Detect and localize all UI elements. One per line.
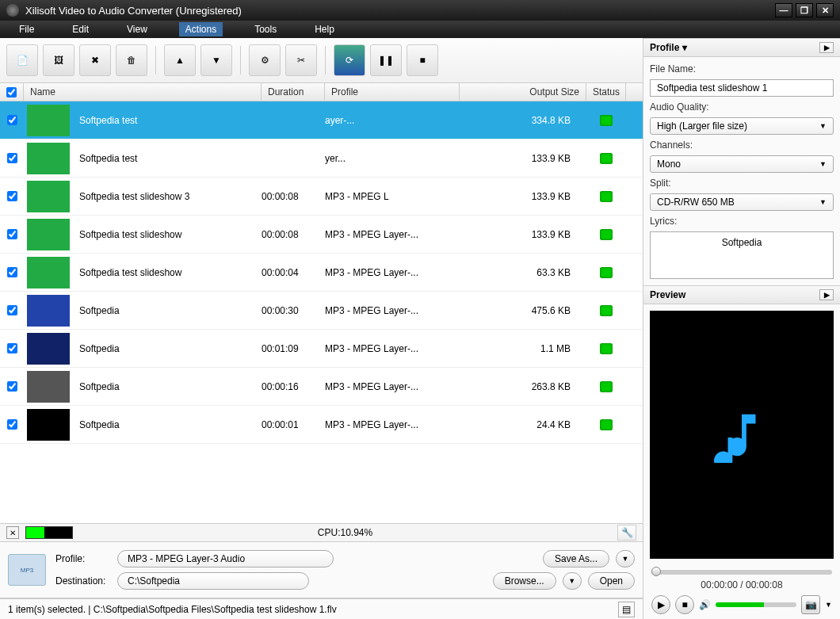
pause-button[interactable]: ❚❚ xyxy=(370,44,402,76)
row-name: Softpedia test slideshow 3 xyxy=(73,191,262,202)
split-combo[interactable]: CD-R/RW 650 MB▼ xyxy=(650,193,834,211)
close-button[interactable]: ✕ xyxy=(816,3,834,17)
bitrate-button[interactable]: ⚙ xyxy=(249,44,281,76)
table-row[interactable]: Softpedia test slideshow00:00:04MP3 - MP… xyxy=(0,254,643,292)
table-row[interactable]: Softpedia00:00:01MP3 - MPEG Layer-...24.… xyxy=(0,406,643,444)
profile-combo[interactable]: MP3 - MPEG Layer-3 Audio xyxy=(117,550,334,567)
row-checkbox[interactable] xyxy=(0,115,24,125)
destination-value: C:\Softpedia xyxy=(128,575,180,587)
move-down-button[interactable]: ▼ xyxy=(200,44,232,76)
open-button[interactable]: Open xyxy=(588,572,635,590)
row-checkbox[interactable] xyxy=(0,305,24,315)
table-row[interactable]: Softpedia00:00:16MP3 - MPEG Layer-...263… xyxy=(0,368,643,406)
clear-button[interactable]: 🗑 xyxy=(116,44,147,76)
quality-combo[interactable]: High (Larger file size)▼ xyxy=(650,117,834,135)
menu-actions[interactable]: Actions xyxy=(179,22,223,36)
thumbnail xyxy=(27,295,70,327)
file-name-value: Softpedia test slideshow 1 xyxy=(657,82,767,94)
settings-button[interactable]: 🔧 xyxy=(617,525,636,541)
row-profile: MP3 - MPEG L xyxy=(325,191,460,202)
add-picture-button[interactable]: 🖼 xyxy=(43,44,74,76)
file-name-field[interactable]: Softpedia test slideshow 1 xyxy=(650,79,834,97)
play-button[interactable]: ▶ xyxy=(651,595,670,614)
row-name: Softpedia test slideshow xyxy=(73,229,262,240)
header-output-size[interactable]: Output Size xyxy=(460,83,586,101)
header-status[interactable]: Status xyxy=(586,83,626,101)
lyrics-box[interactable]: Softpedia xyxy=(650,231,834,279)
stop-button[interactable]: ■ xyxy=(407,44,438,76)
chevron-right-icon[interactable]: ▶ xyxy=(819,42,834,53)
table-row[interactable]: Softpedia00:00:30MP3 - MPEG Layer-...475… xyxy=(0,292,643,330)
row-size: 334.8 KB xyxy=(460,115,586,126)
bottom-panel: MP3 Profile: MP3 - MPEG Layer-3 Audio Sa… xyxy=(0,542,643,598)
row-status xyxy=(586,229,626,240)
snapshot-dropdown[interactable]: ▼ xyxy=(825,601,832,609)
row-checkbox[interactable] xyxy=(0,343,24,353)
chevron-right-icon[interactable]: ▶ xyxy=(819,289,834,300)
browse-dropdown[interactable]: ▼ xyxy=(563,572,582,590)
row-checkbox[interactable] xyxy=(0,229,24,239)
row-checkbox[interactable] xyxy=(0,267,24,277)
snapshot-button[interactable]: 📷 xyxy=(801,595,820,614)
convert-button[interactable]: ⟳ xyxy=(334,44,365,76)
menu-file[interactable]: File xyxy=(13,22,40,36)
cpu-text: CPU:10.94% xyxy=(79,527,611,538)
save-as-button[interactable]: Save As... xyxy=(543,550,609,567)
browse-button[interactable]: Browse... xyxy=(493,572,556,590)
list-view-icon[interactable]: ▤ xyxy=(618,602,635,617)
row-checkbox[interactable] xyxy=(0,191,24,201)
row-checkbox[interactable] xyxy=(0,419,24,430)
channels-value: Mono xyxy=(657,159,681,170)
table-row[interactable]: Softpedia testayer-...334.8 KB xyxy=(0,101,643,139)
menu-help[interactable]: Help xyxy=(308,22,341,36)
row-name: Softpedia xyxy=(73,381,262,392)
maximize-button[interactable]: ❐ xyxy=(796,3,813,17)
quality-label: Audio Quality: xyxy=(650,101,834,113)
titlebar: Xilisoft Video to Audio Converter (Unreg… xyxy=(0,0,840,21)
volume-icon[interactable]: 🔊 xyxy=(699,599,711,610)
row-profile: MP3 - MPEG Layer-... xyxy=(325,229,460,240)
row-name: Softpedia test xyxy=(73,153,262,164)
split-button[interactable]: ✂ xyxy=(285,44,317,76)
row-profile: yer... xyxy=(325,153,460,164)
table-row[interactable]: Softpedia testyer...133.9 KB xyxy=(0,139,643,178)
header-profile[interactable]: Profile xyxy=(325,83,460,101)
header-checkbox[interactable] xyxy=(0,83,24,101)
add-file-button[interactable]: 📄 xyxy=(6,44,38,76)
menu-tools[interactable]: Tools xyxy=(248,22,283,36)
row-duration: 00:00:30 xyxy=(262,305,325,316)
delete-button[interactable]: ✖ xyxy=(79,44,111,76)
minimize-button[interactable]: — xyxy=(775,3,792,17)
channels-combo[interactable]: Mono▼ xyxy=(650,155,834,173)
lyrics-label: Lyrics: xyxy=(650,216,834,227)
menubar: File Edit View Actions Tools Help xyxy=(0,21,840,38)
menu-edit[interactable]: Edit xyxy=(66,22,95,36)
move-up-button[interactable]: ▲ xyxy=(164,44,196,76)
header-duration[interactable]: Duration xyxy=(262,83,325,101)
profile-label: Profile: xyxy=(55,553,111,564)
menu-view[interactable]: View xyxy=(120,22,154,36)
cpu-close-button[interactable]: ✕ xyxy=(6,526,19,539)
save-as-dropdown[interactable]: ▼ xyxy=(616,550,635,567)
row-duration: 00:00:01 xyxy=(262,419,325,430)
table-row[interactable]: Softpedia test slideshow 300:00:08MP3 - … xyxy=(0,178,643,216)
volume-slider[interactable] xyxy=(716,602,796,607)
preview-area xyxy=(650,311,834,559)
row-checkbox[interactable] xyxy=(0,381,24,392)
row-checkbox[interactable] xyxy=(0,153,24,163)
stop-preview-button[interactable]: ■ xyxy=(675,595,694,614)
table-row[interactable]: Softpedia00:01:09MP3 - MPEG Layer-...1.1… xyxy=(0,330,643,368)
music-note-icon xyxy=(714,407,769,463)
profile-panel-header[interactable]: Profile ▾ ▶ xyxy=(643,38,840,57)
row-size: 1.1 MB xyxy=(460,343,586,354)
destination-combo[interactable]: C:\Softpedia xyxy=(117,572,309,590)
preview-panel-header[interactable]: Preview ▶ xyxy=(643,285,840,304)
time-slider[interactable] xyxy=(651,570,832,575)
cpu-bar: ✕ CPU:10.94% 🔧 xyxy=(0,523,643,542)
time-display: 00:00:00 / 00:00:08 xyxy=(651,579,832,590)
table-row[interactable]: Softpedia test slideshow00:00:08MP3 - MP… xyxy=(0,216,643,254)
header-name[interactable]: Name xyxy=(24,83,262,101)
row-profile: MP3 - MPEG Layer-... xyxy=(325,343,460,354)
row-duration: 00:00:16 xyxy=(262,381,325,392)
thumbnail xyxy=(27,371,70,403)
